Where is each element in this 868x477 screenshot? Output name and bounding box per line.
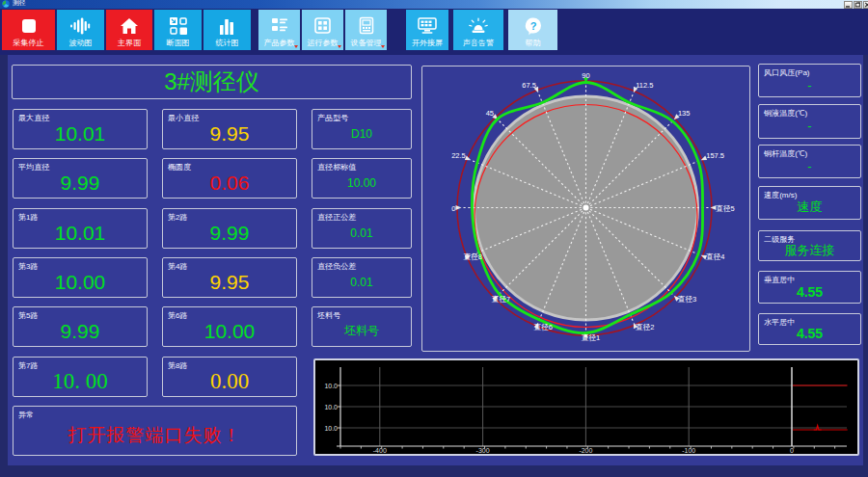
measurement-value: D10 [351,127,372,141]
toolbar-button-main-screen[interactable]: 主界面 [106,10,152,50]
measurement-value: 0.01 [350,276,372,289]
alarm-message: 打开报警端口失败！ [68,423,242,448]
cross-section-panel: 022.54567.590112.5135157.5直径5直径4直径3直径2直径… [421,66,750,352]
svg-text:135: 135 [678,109,691,118]
toolbar-button-run-params[interactable]: 运行参数 [302,10,343,50]
svg-text:直径4: 直径4 [705,252,724,261]
measurement-box: 最大直径10.01 [13,109,148,149]
trend-chart: 10.010.010.0-400-300-200-1000 [315,360,857,454]
info-box: 速度(m/s)速度 [758,186,861,220]
measurement-box: 平均直径9.99 [13,158,148,199]
restore-icon [854,2,861,8]
window-frame-left [0,55,8,465]
toolbar-button-section-chart[interactable]: 断面图 [154,10,202,50]
svg-text:-100: -100 [682,447,695,454]
close-button[interactable] [863,1,868,9]
svg-text:67.5: 67.5 [522,81,536,90]
svg-text:90: 90 [582,71,589,80]
info-value: 速度 [798,199,823,216]
sound-alarm-icon [468,16,489,36]
measurement-value: 0.01 [350,226,372,240]
toolbar-button-product-params[interactable]: 产品参数 [258,10,300,50]
window-titlebar: 测径 [0,0,868,9]
svg-text:直径5: 直径5 [716,204,735,213]
measurement-value: 9.99 [210,222,250,245]
info-value: 4.55 [797,326,823,341]
info-box: 铜杆温度(℃)- [758,145,861,178]
svg-text:直径8: 直径8 [463,252,482,261]
window-title: 测径 [13,0,26,7]
barchart-icon [218,16,237,36]
toolbar-button-statistics-chart[interactable]: 统计图 [203,10,251,50]
measurement-value: 9.99 [61,172,100,195]
measurement-box: 第4路9.95 [162,257,297,298]
measurement-value: 10.01 [55,222,106,245]
measurement-value: 10. 00 [52,369,108,394]
toolbar-button-external-screen[interactable]: 开外接屏 [406,10,448,50]
svg-text:?: ? [529,20,536,32]
measurement-box: 第6路10.00 [162,306,297,347]
measurement-box: 直径正公差0.01 [312,208,412,249]
info-value: - [807,78,811,93]
svg-text:10.0: 10.0 [324,383,338,389]
info-box: 垂直居中4.55 [758,271,861,304]
toolbar-button-device-manage[interactable]: 设备管理 [345,10,387,50]
home-icon [119,16,140,36]
toolbar-button-help[interactable]: ? 帮助 [508,10,557,50]
measurement-box: 坯料号坯料号 [312,306,412,347]
measurement-box: 直径负公差0.01 [312,257,412,298]
measurement-box: 最小直径9.95 [162,109,297,149]
measurement-value: 坯料号 [344,323,379,339]
svg-text:直径2: 直径2 [635,323,654,331]
svg-text:直径3: 直径3 [677,295,696,304]
info-box: 水平居中4.55 [758,313,861,345]
toolbar-button-stop-collect[interactable]: 采集停止 [2,10,55,50]
svg-text:112.5: 112.5 [636,81,653,90]
window-frame-right [863,55,868,465]
svg-text:157.5: 157.5 [706,151,724,160]
minimize-button[interactable] [844,1,853,9]
stop-icon [19,16,39,36]
alarm-box: 异常 打开报警端口失败！ [13,406,297,456]
svg-text:22.5: 22.5 [451,151,466,160]
svg-text:直径7: 直径7 [491,295,510,304]
svg-text:-400: -400 [373,447,387,454]
toolbar-button-sound-alarm[interactable]: 声音告警 [453,10,503,50]
svg-text:直径6: 直径6 [533,323,553,331]
measurement-value: 10.00 [347,176,376,190]
product-params-icon [270,16,289,35]
cross-section-chart: 022.54567.590112.5135157.5直径5直径4直径3直径2直径… [422,66,749,351]
help-icon: ? [524,16,543,36]
trend-chart-panel: 10.010.010.0-400-300-200-1000 [313,358,859,456]
measurement-box: 直径标称值10.00 [312,158,412,199]
measurement-value: 10.01 [55,122,106,146]
info-value: - [807,159,811,173]
info-value: 服务连接 [785,242,835,259]
info-box: 铜液温度(℃)- [758,104,861,139]
measurement-value: 10.00 [204,320,256,343]
measurement-box: 产品型号D10 [312,109,412,149]
measurement-value: 10.00 [55,271,106,294]
gauge-title-box: 3#测径仪 [12,65,412,99]
svg-text:-300: -300 [476,447,490,454]
measurement-box: 第1路10.01 [13,208,148,249]
measurement-box: 第7路10. 00 [13,357,148,397]
dropdown-arrow-icon [294,45,298,48]
measurement-box: 第5路9.99 [13,306,148,347]
toolbar-button-wave-chart[interactable]: 波动图 [57,10,104,50]
device-manage-icon [358,16,375,35]
measurement-box: 第2路9.99 [162,208,297,249]
svg-text:10.0: 10.0 [324,425,338,432]
run-params-icon [313,16,332,35]
dropdown-arrow-icon [381,45,385,48]
measurement-value: 9.99 [61,320,100,343]
measurement-value: 9.95 [210,122,250,146]
maximize-button[interactable] [854,1,862,9]
info-box: 风口风压(Pa)- [758,64,861,97]
measurement-value: 0.00 [210,369,249,394]
app-icon [2,0,10,8]
info-value: 4.55 [797,284,823,300]
measurement-value: 9.95 [210,271,250,294]
svg-text:-200: -200 [579,447,592,454]
info-box: 二级服务服务连接 [758,230,861,261]
